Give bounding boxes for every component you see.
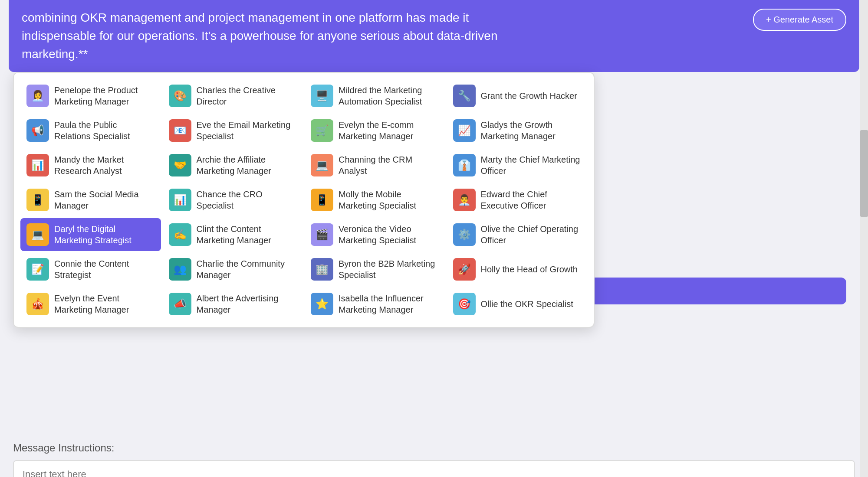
avatar-mandy: 📊 bbox=[26, 154, 49, 176]
assistant-name-molly: Molly the Mobile Marketing Specialist bbox=[339, 189, 439, 211]
dropdown-item-byron[interactable]: 🏢Byron the B2B Marketing Specialist bbox=[305, 253, 445, 286]
avatar-grant: 🔧 bbox=[453, 85, 476, 107]
assistant-name-marty: Marty the Chief Marketing Officer bbox=[481, 154, 582, 176]
dropdown-item-albert[interactable]: 📣Albert the Advertising Manager bbox=[163, 288, 303, 320]
assistant-name-chance: Chance the CRO Specialist bbox=[197, 189, 297, 211]
avatar-ollie: 🎯 bbox=[453, 293, 476, 315]
scrollbar[interactable] bbox=[860, 0, 868, 477]
avatar-edward: 👨‍💼 bbox=[453, 189, 476, 211]
dropdown-item-olive[interactable]: ⚙️Olive the Chief Operating Officer bbox=[447, 218, 588, 251]
dropdown-item-daryl[interactable]: 💻Daryl the Digital Marketing Strategist bbox=[20, 218, 161, 251]
message-textarea[interactable] bbox=[13, 460, 855, 477]
assistant-name-gladys: Gladys the Growth Marketing Manager bbox=[481, 119, 582, 142]
generate-asset-button[interactable]: + Generate Asset bbox=[753, 9, 846, 31]
avatar-olive: ⚙️ bbox=[453, 223, 476, 246]
avatar-molly: 📱 bbox=[311, 189, 333, 211]
avatar-paula: 📢 bbox=[26, 119, 49, 142]
assistant-name-byron: Byron the B2B Marketing Specialist bbox=[339, 258, 439, 281]
avatar-archie: 🤝 bbox=[169, 154, 191, 176]
dropdown-item-chance[interactable]: 📊Chance the CRO Specialist bbox=[163, 183, 303, 216]
page-wrapper: combining OKR management and project man… bbox=[0, 0, 868, 477]
dropdown-item-edward[interactable]: 👨‍💼Edward the Chief Executive Officer bbox=[447, 183, 588, 216]
assistant-name-channing: Channing the CRM Analyst bbox=[339, 154, 439, 176]
avatar-veronica: 🎬 bbox=[311, 223, 333, 246]
dropdown-overlay: 👩‍💼Penelope the Product Marketing Manage… bbox=[13, 72, 595, 328]
assistant-name-ollie: Ollie the OKR Specialist bbox=[481, 298, 573, 310]
message-instructions-section: Message Instructions: bbox=[0, 442, 868, 477]
dropdown-grid: 👩‍💼Penelope the Product Marketing Manage… bbox=[20, 79, 587, 320]
select-area: Select Assistant: Penelope the Product M… bbox=[0, 72, 868, 130]
dropdown-item-evelyn_event[interactable]: 🎪Evelyn the Event Marketing Manager bbox=[20, 288, 161, 320]
assistant-name-daryl: Daryl the Digital Marketing Strategist bbox=[54, 223, 155, 246]
scrollbar-thumb[interactable] bbox=[860, 130, 868, 217]
banner-area: combining OKR management and project man… bbox=[9, 0, 859, 72]
dropdown-item-archie[interactable]: 🤝Archie the Affiliate Marketing Manager bbox=[163, 149, 303, 182]
avatar-connie: 📝 bbox=[26, 258, 49, 281]
assistant-name-veronica: Veronica the Video Marketing Specialist bbox=[339, 223, 439, 246]
avatar-charlie: 👥 bbox=[169, 258, 191, 281]
avatar-holly: 🚀 bbox=[453, 258, 476, 281]
dropdown-item-channing[interactable]: 💻Channing the CRM Analyst bbox=[305, 149, 445, 182]
dropdown-item-gladys[interactable]: 📈Gladys the Growth Marketing Manager bbox=[447, 114, 588, 147]
avatar-albert: 📣 bbox=[169, 293, 191, 315]
dropdown-item-paula[interactable]: 📢Paula the Public Relations Specialist bbox=[20, 114, 161, 147]
avatar-mildred: 🖥️ bbox=[311, 85, 333, 107]
avatar-daryl: 💻 bbox=[26, 223, 49, 246]
avatar-sam: 📱 bbox=[26, 189, 49, 211]
dropdown-item-charlie[interactable]: 👥Charlie the Community Manager bbox=[163, 253, 303, 286]
dropdown-item-eve[interactable]: 📧Eve the Email Marketing Specialist bbox=[163, 114, 303, 147]
assistant-name-charles: Charles the Creative Director bbox=[197, 85, 297, 107]
assistant-name-olive: Olive the Chief Operating Officer bbox=[481, 223, 582, 246]
dropdown-item-sam[interactable]: 📱Sam the Social Media Manager bbox=[20, 183, 161, 216]
assistant-name-archie: Archie the Affiliate Marketing Manager bbox=[197, 154, 297, 176]
assistant-name-eve: Eve the Email Marketing Specialist bbox=[197, 119, 297, 142]
avatar-chance: 📊 bbox=[169, 189, 191, 211]
dropdown-item-charles[interactable]: 🎨Charles the Creative Director bbox=[163, 79, 303, 112]
avatar-evelyn: 🛒 bbox=[311, 119, 333, 142]
dropdown-item-clint[interactable]: ✍️Clint the Content Marketing Manager bbox=[163, 218, 303, 251]
avatar-clint: ✍️ bbox=[169, 223, 191, 246]
dropdown-item-veronica[interactable]: 🎬Veronica the Video Marketing Specialist bbox=[305, 218, 445, 251]
assistant-name-isabella: Isabella the Influencer Marketing Manage… bbox=[339, 293, 439, 315]
avatar-marty: 👔 bbox=[453, 154, 476, 176]
avatar-evelyn_event: 🎪 bbox=[26, 293, 49, 315]
dropdown-item-mandy[interactable]: 📊Mandy the Market Research Analyst bbox=[20, 149, 161, 182]
assistant-name-grant: Grant the Growth Hacker bbox=[481, 90, 577, 101]
assistant-name-mildred: Mildred the Marketing Automation Special… bbox=[339, 85, 439, 107]
assistant-name-evelyn: Evelyn the E-comm Marketing Manager bbox=[339, 119, 439, 142]
assistant-name-holly: Holly the Head of Growth bbox=[481, 264, 578, 275]
assistant-name-charlie: Charlie the Community Manager bbox=[197, 258, 297, 281]
avatar-channing: 💻 bbox=[311, 154, 333, 176]
assistant-name-paula: Paula the Public Relations Specialist bbox=[54, 119, 155, 142]
dropdown-item-molly[interactable]: 📱Molly the Mobile Marketing Specialist bbox=[305, 183, 445, 216]
dropdown-item-isabella[interactable]: ⭐Isabella the Influencer Marketing Manag… bbox=[305, 288, 445, 320]
assistant-name-penelope: Penelope the Product Marketing Manager bbox=[54, 85, 155, 107]
assistant-name-albert: Albert the Advertising Manager bbox=[197, 293, 297, 315]
dropdown-item-grant[interactable]: 🔧Grant the Growth Hacker bbox=[447, 79, 588, 112]
dropdown-item-connie[interactable]: 📝Connie the Content Strategist bbox=[20, 253, 161, 286]
avatar-isabella: ⭐ bbox=[311, 293, 333, 315]
assistant-name-mandy: Mandy the Market Research Analyst bbox=[54, 154, 155, 176]
assistant-name-edward: Edward the Chief Executive Officer bbox=[481, 189, 582, 211]
dropdown-item-mildred[interactable]: 🖥️Mildred the Marketing Automation Speci… bbox=[305, 79, 445, 112]
avatar-gladys: 📈 bbox=[453, 119, 476, 142]
banner-text: combining OKR management and project man… bbox=[22, 9, 499, 63]
avatar-byron: 🏢 bbox=[311, 258, 333, 281]
dropdown-item-ollie[interactable]: 🎯Ollie the OKR Specialist bbox=[447, 288, 588, 320]
dropdown-item-penelope[interactable]: 👩‍💼Penelope the Product Marketing Manage… bbox=[20, 79, 161, 112]
message-instructions-label: Message Instructions: bbox=[13, 442, 855, 454]
assistant-name-evelyn_event: Evelyn the Event Marketing Manager bbox=[54, 293, 155, 315]
assistant-name-sam: Sam the Social Media Manager bbox=[54, 189, 155, 211]
assistant-name-connie: Connie the Content Strategist bbox=[54, 258, 155, 281]
avatar-charles: 🎨 bbox=[169, 85, 191, 107]
dropdown-item-holly[interactable]: 🚀Holly the Head of Growth bbox=[447, 253, 588, 286]
dropdown-item-evelyn[interactable]: 🛒Evelyn the E-comm Marketing Manager bbox=[305, 114, 445, 147]
assistant-name-clint: Clint the Content Marketing Manager bbox=[197, 223, 297, 246]
dropdown-item-marty[interactable]: 👔Marty the Chief Marketing Officer bbox=[447, 149, 588, 182]
avatar-eve: 📧 bbox=[169, 119, 191, 142]
avatar-penelope: 👩‍💼 bbox=[26, 85, 49, 107]
